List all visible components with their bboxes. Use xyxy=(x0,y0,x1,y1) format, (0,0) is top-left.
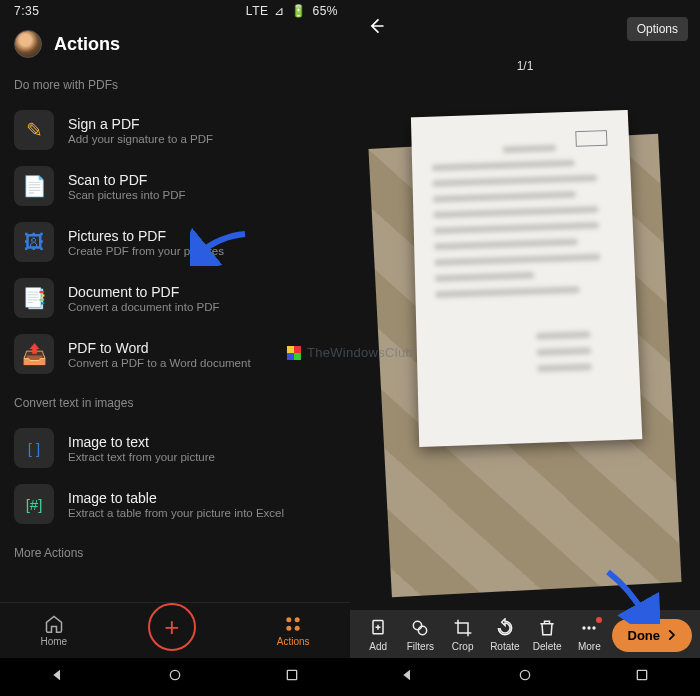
section-label-more: More Actions xyxy=(0,542,350,570)
action-subtitle: Convert a PDF to a Word document xyxy=(68,357,251,369)
svg-point-7 xyxy=(414,621,422,629)
fab-add[interactable]: + xyxy=(148,603,196,651)
signal-icon: ⊿ xyxy=(274,4,285,18)
action-title: Image to table xyxy=(68,490,284,506)
tab-actions[interactable]: Actions xyxy=(277,614,310,647)
tool-more[interactable]: More xyxy=(569,618,609,652)
editor-screen: Options 1/1 xyxy=(350,0,700,696)
tool-filters-label: Filters xyxy=(407,641,434,652)
tool-crop[interactable]: Crop xyxy=(443,618,483,652)
sys-back-icon-r[interactable] xyxy=(400,667,416,687)
image-to-table-icon: [#] xyxy=(14,484,54,524)
chevron-right-icon xyxy=(664,628,678,642)
sign-pdf-icon: ✎ xyxy=(14,110,54,150)
section-label-pdfs: Do more with PDFs xyxy=(0,74,350,102)
status-time: 7:35 xyxy=(14,4,39,18)
svg-point-8 xyxy=(419,626,427,634)
sys-home-icon-r[interactable] xyxy=(517,667,533,687)
action-pictures-to-pdf[interactable]: 🖼Pictures to PDFCreate PDF from your pic… xyxy=(0,214,350,270)
svg-point-10 xyxy=(588,626,591,629)
svg-point-3 xyxy=(295,626,300,631)
svg-point-11 xyxy=(593,626,596,629)
action-image-to-table[interactable]: [#]Image to tableExtract a table from yo… xyxy=(0,476,350,532)
done-button[interactable]: Done xyxy=(612,619,693,652)
action-title: Pictures to PDF xyxy=(68,228,224,244)
tool-crop-label: Crop xyxy=(452,641,474,652)
svg-point-4 xyxy=(170,670,179,679)
rotate-icon xyxy=(495,618,515,638)
avatar[interactable] xyxy=(14,30,42,58)
action-subtitle: Create PDF from your pictures xyxy=(68,245,224,257)
scan-to-pdf-icon: 📄 xyxy=(14,166,54,206)
notification-dot xyxy=(596,617,602,623)
action-subtitle: Add your signature to a PDF xyxy=(68,133,213,145)
sys-recent-icon[interactable] xyxy=(284,667,300,687)
svg-point-9 xyxy=(583,626,586,629)
actions-grid-icon xyxy=(283,614,303,634)
action-sign-pdf[interactable]: ✎Sign a PDFAdd your signature to a PDF xyxy=(0,102,350,158)
home-icon xyxy=(44,614,64,634)
action-pdf-to-word[interactable]: 📤PDF to WordConvert a PDF to a Word docu… xyxy=(0,326,350,382)
sys-recent-icon-r[interactable] xyxy=(634,667,650,687)
battery-icon: 🔋 xyxy=(291,4,307,18)
trash-icon xyxy=(537,618,557,638)
tool-delete[interactable]: Delete xyxy=(527,618,567,652)
page-counter: 1/1 xyxy=(350,53,700,81)
tab-home-label: Home xyxy=(40,636,67,647)
svg-rect-5 xyxy=(287,670,296,679)
system-nav xyxy=(0,658,350,696)
tool-delete-label: Delete xyxy=(533,641,562,652)
editor-toolbar: Add Filters Crop Rotate Delete More xyxy=(350,610,700,658)
editor-topbar: Options xyxy=(350,0,700,53)
image-to-text-icon: [ ] xyxy=(14,428,54,468)
action-subtitle: Convert a document into PDF xyxy=(68,301,220,313)
actions-screen: 7:35 LTE ⊿ 🔋 65% Actions Do more with PD… xyxy=(0,0,350,696)
svg-point-2 xyxy=(286,626,291,631)
tool-rotate[interactable]: Rotate xyxy=(485,618,525,652)
section-label-images: Convert text in images xyxy=(0,392,350,420)
tool-rotate-label: Rotate xyxy=(490,641,519,652)
system-nav-right xyxy=(350,658,700,696)
action-title: Document to PDF xyxy=(68,284,220,300)
pictures-to-pdf-icon: 🖼 xyxy=(14,222,54,262)
tool-add-label: Add xyxy=(369,641,387,652)
back-arrow-icon xyxy=(366,16,386,36)
document-to-pdf-icon: 📑 xyxy=(14,278,54,318)
pdf-to-word-icon: 📤 xyxy=(14,334,54,374)
preview-area[interactable] xyxy=(350,81,700,610)
action-title: Image to text xyxy=(68,434,215,450)
sys-back-icon[interactable] xyxy=(50,667,66,687)
back-button[interactable] xyxy=(362,12,390,45)
svg-rect-13 xyxy=(637,670,646,679)
action-scan-to-pdf[interactable]: 📄Scan to PDFScan pictures into PDF xyxy=(0,158,350,214)
action-title: Sign a PDF xyxy=(68,116,213,132)
status-net: LTE xyxy=(246,4,269,18)
add-page-icon xyxy=(368,618,388,638)
svg-point-1 xyxy=(295,617,300,622)
tool-add[interactable]: Add xyxy=(358,618,398,652)
action-subtitle: Scan pictures into PDF xyxy=(68,189,186,201)
crop-icon xyxy=(453,618,473,638)
action-document-to-pdf[interactable]: 📑Document to PDFConvert a document into … xyxy=(0,270,350,326)
svg-point-12 xyxy=(520,670,529,679)
done-label: Done xyxy=(628,628,661,643)
action-image-to-text[interactable]: [ ]Image to textExtract text from your p… xyxy=(0,420,350,476)
battery-pct: 65% xyxy=(312,4,338,18)
tool-filters[interactable]: Filters xyxy=(400,618,440,652)
action-title: Scan to PDF xyxy=(68,172,186,188)
svg-point-0 xyxy=(286,617,291,622)
scanned-page[interactable] xyxy=(411,110,642,447)
action-subtitle: Extract a table from your picture into E… xyxy=(68,507,284,519)
options-button[interactable]: Options xyxy=(627,17,688,41)
status-bar: 7:35 LTE ⊿ 🔋 65% xyxy=(0,0,350,20)
page-title: Actions xyxy=(54,34,120,55)
action-subtitle: Extract text from your picture xyxy=(68,451,215,463)
title-bar: Actions xyxy=(0,20,350,74)
tab-home[interactable]: Home xyxy=(40,614,67,647)
tab-actions-label: Actions xyxy=(277,636,310,647)
tool-more-label: More xyxy=(578,641,601,652)
actions-list: Do more with PDFs ✎Sign a PDFAdd your si… xyxy=(0,74,350,602)
sys-home-icon[interactable] xyxy=(167,667,183,687)
action-title: PDF to Word xyxy=(68,340,251,356)
filters-icon xyxy=(410,618,430,638)
